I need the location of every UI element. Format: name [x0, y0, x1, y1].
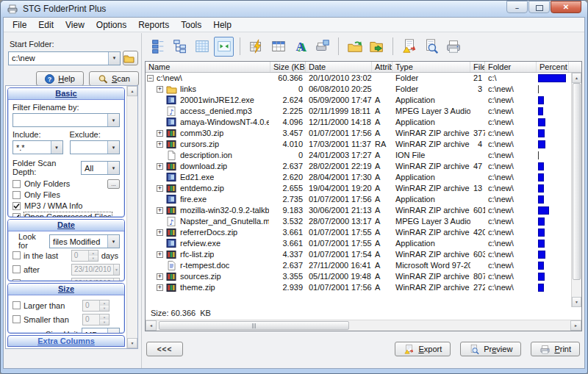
collapse-toggle[interactable]: − [147, 75, 154, 82]
vertical-scrollbar[interactable] [571, 73, 581, 307]
scrollbar-track[interactable] [127, 96, 137, 338]
basic-panel-header[interactable]: Basic [8, 88, 124, 100]
ellipsis-button[interactable]: ... [107, 179, 120, 189]
horizontal-scrollbar[interactable] [146, 320, 581, 331]
expand-toggle[interactable]: + [157, 141, 163, 148]
expand-toggle[interactable]: + [157, 185, 163, 192]
checkbox-only-folders[interactable] [12, 180, 21, 188]
table-row[interactable]: description.ion024/01/2003 17:27AION Fil… [146, 150, 571, 161]
expand-toggle[interactable]: + [157, 284, 163, 291]
spinner[interactable]: 0 [71, 250, 98, 262]
expand-toggle[interactable]: + [157, 130, 163, 137]
table-row[interactable]: +rfc-list.zip4.33701/07/2001 17:54AWinRA… [146, 249, 571, 260]
preview-button[interactable]: Preview [460, 342, 521, 356]
table-row[interactable]: +cursors.zip4.01017/03/2001 11:37RAWinRA… [146, 139, 571, 150]
menu-item-tools[interactable]: Tools [175, 18, 207, 32]
menu-item-view[interactable]: View [60, 18, 90, 32]
scroll-right-arrow-icon[interactable] [570, 320, 581, 331]
export-icon[interactable] [399, 37, 419, 57]
column-header-percent[interactable]: Percent [537, 62, 569, 72]
checkbox-in-the-last[interactable] [12, 251, 21, 259]
start-folder-combo[interactable]: c:\new [8, 51, 121, 65]
column-header-folder[interactable]: Folder [485, 62, 537, 72]
menu-item-help[interactable]: Help [207, 18, 237, 32]
spinner-up-icon[interactable] [100, 301, 109, 306]
chevron-down-icon[interactable] [113, 278, 119, 282]
open-folder-icon[interactable] [367, 37, 387, 57]
table-row[interactable]: r-tempest.doc2.63727/11/2000 16:41AMicro… [146, 260, 571, 271]
scrollbar-track[interactable] [572, 83, 581, 297]
chevron-down-icon[interactable] [107, 114, 119, 126]
column-header-files[interactable]: Files [470, 62, 485, 72]
expand-toggle[interactable]: + [157, 273, 163, 280]
scrollbar-track[interactable] [157, 320, 570, 331]
scroll-down-arrow-icon[interactable] [572, 297, 581, 307]
sidebar-scrollbar[interactable] [126, 86, 137, 348]
size-unit-combo[interactable]: MB [82, 328, 120, 334]
date-panel-header[interactable]: Date [8, 220, 124, 231]
expand-toggle[interactable]: + [157, 163, 163, 170]
print-icon[interactable] [443, 37, 463, 57]
scan-button[interactable]: Scan [89, 71, 139, 86]
table-row[interactable]: −c:\new\60.36620/10/2010 23:02Folder21c:… [146, 73, 571, 84]
preview-icon[interactable] [421, 37, 441, 57]
expand-toggle[interactable]: + [157, 207, 163, 214]
look-for-combo[interactable]: files Modified [49, 234, 120, 248]
table-row[interactable]: +links006/08/2010 20:25Folder3c:\new\ [146, 84, 571, 95]
menu-item-edit[interactable]: Edit [32, 18, 60, 32]
title-bar[interactable]: STG FolderPrint Plus [1, 1, 587, 17]
spinner-down-icon[interactable] [89, 256, 98, 261]
page-setup-icon[interactable] [312, 37, 332, 57]
outline-view-icon[interactable] [148, 37, 168, 57]
extra-columns-header[interactable]: Extra Columns [7, 335, 125, 347]
table-row[interactable]: +sources.zip3.35505/11/2000 19:48AWinRAR… [146, 271, 571, 282]
browse-folder-button[interactable] [123, 51, 138, 65]
include-combo[interactable]: *.* [12, 140, 63, 154]
spinner[interactable]: 0 [82, 314, 110, 326]
checkbox-before[interactable] [12, 279, 21, 281]
table-row[interactable]: ♪access_denied.mp32.22502/11/1999 18:11A… [146, 106, 571, 117]
spinner-up-icon[interactable] [100, 314, 109, 320]
grid-view-icon[interactable] [192, 37, 212, 57]
collapse-sidebar-button[interactable]: <<< [146, 342, 183, 356]
help-button[interactable]: ?Help [36, 71, 84, 86]
checkbox-after[interactable] [12, 265, 21, 273]
export-button[interactable]: Export [395, 342, 451, 356]
table-row[interactable]: Ed21.exe2.62028/04/2001 17:30AApplicatio… [146, 172, 571, 183]
menu-item-options[interactable]: Options [90, 18, 132, 32]
checkbox-mp3-wma-info[interactable] [12, 202, 21, 210]
spinner[interactable]: 0 [82, 300, 110, 312]
filter-filename-combo[interactable] [12, 113, 120, 127]
table-row[interactable]: fire.exe2.73501/07/2001 17:56AApplicatio… [146, 194, 571, 205]
checkbox-only-files[interactable] [12, 191, 21, 199]
maximize-button[interactable] [528, 1, 550, 13]
column-header-type[interactable]: Type [392, 62, 470, 72]
scroll-up-arrow-icon[interactable] [127, 86, 137, 96]
expand-toggle[interactable]: + [157, 86, 163, 93]
font-icon[interactable]: AA [290, 37, 310, 57]
scrollbar-thumb[interactable] [159, 321, 349, 330]
chevron-down-icon[interactable] [51, 141, 62, 154]
size-panel-header[interactable]: Size [8, 284, 124, 295]
column-header-attrib[interactable]: Attrib [372, 62, 392, 72]
chevron-down-icon[interactable] [113, 265, 119, 275]
table-row[interactable]: 20001winJRE12.exe2.62405/09/2000 17:47AA… [146, 95, 571, 106]
table-row[interactable]: +referrerDocs.zip3.66101/07/2001 17:55AW… [146, 227, 571, 238]
fit-columns-icon[interactable] [214, 37, 234, 57]
table-row[interactable]: +comm30.zip3.45701/07/2001 17:56AWinRAR … [146, 128, 571, 139]
scroll-down-arrow-icon[interactable] [127, 338, 137, 348]
spinner-down-icon[interactable] [100, 320, 109, 325]
table-row[interactable]: refview.exe3.66101/07/2001 17:55AApplica… [146, 238, 571, 249]
scrollbar-thumb[interactable] [573, 83, 581, 280]
chevron-down-icon[interactable] [108, 52, 120, 65]
date-picker[interactable]: 23/10/2010 [71, 264, 120, 276]
format-table-icon[interactable] [246, 37, 266, 57]
column-setup-icon[interactable] [268, 37, 288, 57]
expand-toggle[interactable]: + [157, 229, 163, 236]
folder-scan-depth-combo[interactable]: All [81, 161, 120, 175]
chevron-down-icon[interactable] [107, 235, 119, 248]
chevron-down-icon[interactable] [107, 141, 119, 154]
chevron-down-icon[interactable] [107, 328, 119, 334]
checkbox-smaller-than[interactable] [12, 315, 21, 323]
menu-item-reports[interactable]: Reports [132, 18, 175, 32]
